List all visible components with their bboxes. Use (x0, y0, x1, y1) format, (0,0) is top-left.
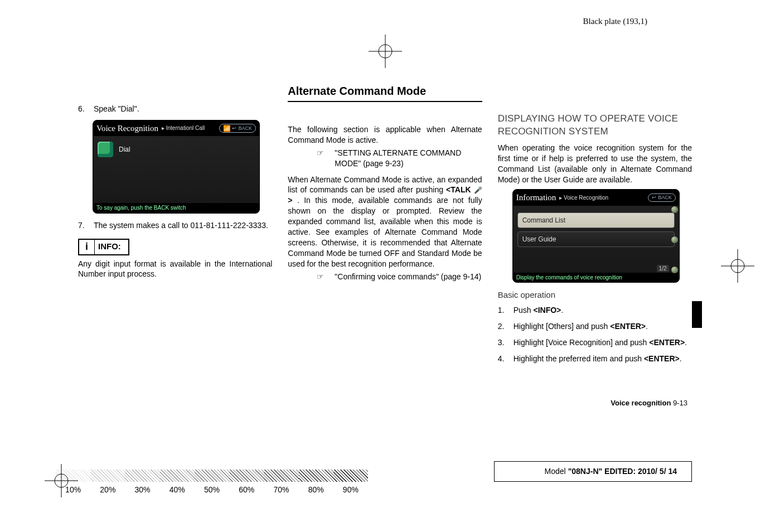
model-code: "08NJ-N" (568, 467, 603, 476)
reference-text: "Confirming voice commands" (page 9-14) (335, 272, 482, 282)
step-text: Speak "Dial". (94, 104, 272, 114)
step-text: Push <INFO>. (514, 305, 692, 316)
signal-icon: 📶 (223, 124, 230, 133)
plate-label: Black plate (193,1) (583, 16, 647, 27)
step-2: 2. Highlight [Others] and push <ENTER>. (498, 321, 692, 332)
info-icon: i (79, 240, 95, 254)
info-box: i INFO: (78, 239, 129, 255)
step-7: 7. The system makes a call to 011-81-111… (78, 220, 272, 231)
column-right: DISPLAYING HOW TO OPERATE VOICE RECOGNIT… (498, 84, 692, 370)
step-number: 3. (498, 337, 509, 348)
step-bold: <ENTER> (644, 354, 680, 363)
scroll-column (671, 206, 678, 273)
screenshot-title: Voice Recognition (96, 123, 158, 134)
step-text: The system makes a call to 011-81-111-22… (94, 220, 272, 231)
list-item: Command List (517, 212, 675, 228)
back-label: BACK (238, 125, 252, 132)
column-middle: Alternate Command Mode The following sec… (288, 84, 482, 370)
back-pill: ↩ BACK (648, 194, 676, 201)
step-bold: <ENTER> (649, 338, 685, 347)
step-number: 2. (498, 321, 509, 332)
step-bold: <ENTER> (610, 322, 646, 331)
screenshot-crumb: ▸ Internationl Call (162, 124, 205, 132)
gradient-bar (56, 470, 368, 482)
gradient-seg (264, 470, 298, 482)
step-span: . (646, 322, 648, 331)
model-box-text: Model (545, 467, 568, 476)
paragraph: The following section is applicable when… (288, 124, 482, 146)
gradient-seg (90, 470, 125, 482)
step-span: Push (514, 306, 534, 315)
gradient-label: 10% (56, 485, 90, 495)
screenshot-footer: To say again, push the BACK switch (93, 203, 259, 213)
scroll-up-icon (671, 206, 678, 213)
paragraph-span: . In this mode, available commands are n… (288, 196, 482, 268)
model-box: Model "08NJ-N" EDITED: 2010/ 5/ 14 (494, 461, 692, 482)
list-item: Dial (96, 139, 256, 159)
list-item-label: Dial (119, 145, 130, 154)
reference-row: ☞ "Confirming voice commands" (page 9-14… (307, 272, 482, 282)
paragraph: When Alternate Command Mode is active, a… (288, 175, 482, 269)
step-1: 1. Push <INFO>. (498, 305, 692, 316)
talk-close: > (288, 196, 292, 205)
step-number: 1. (498, 305, 509, 316)
registration-mark-icon (721, 249, 754, 283)
subheading: DISPLAYING HOW TO OPERATE VOICE RECOGNIT… (498, 113, 692, 138)
step-span: . (561, 306, 563, 315)
page-columns: 6. Speak "Dial". Voice Recognition ▸ Int… (78, 84, 692, 370)
back-label: BACK (658, 194, 672, 201)
talk-icon: 🎤 (474, 186, 482, 194)
column-left: 6. Speak "Dial". Voice Recognition ▸ Int… (78, 84, 272, 370)
scroll-thumb-icon (671, 236, 678, 243)
step-number: 4. (498, 354, 509, 364)
gradient-seg (333, 470, 368, 482)
gradient-seg (160, 470, 195, 482)
step-text: Highlight the preferred item and push <E… (514, 354, 692, 364)
step-span: Highlight [Voice Recognition] and push (514, 338, 650, 347)
info-body-text: Any digit input format is available in t… (78, 259, 272, 280)
phone-avatar-icon (98, 142, 113, 157)
reference-icon: ☞ (317, 148, 329, 169)
gradient-seg (229, 470, 264, 482)
gradient-label: 80% (299, 485, 333, 495)
screenshot-titlebar: Voice Recognition ▸ Internationl Call 📶 … (93, 120, 259, 136)
screenshot-information: Information ▸ Voice Recognition ↩ BACK C… (512, 189, 680, 283)
screenshot-titlebar: Information ▸ Voice Recognition ↩ BACK (513, 190, 679, 205)
gradient-label: 30% (125, 485, 159, 495)
gradient-label: 60% (229, 485, 264, 495)
gradient-seg (195, 470, 229, 482)
info-label: INFO: (95, 240, 124, 254)
reference-icon: ☞ (317, 272, 329, 282)
step-span: Highlight [Others] and push (514, 322, 611, 331)
paragraph: When operating the voice recognition sys… (498, 143, 692, 185)
crop-mark-top (369, 35, 402, 68)
step-bold: <INFO> (533, 306, 561, 315)
gradient-labels: 10% 20% 30% 40% 50% 60% 70% 80% 90% (56, 485, 368, 495)
registration-mark-icon (369, 35, 402, 68)
step-6: 6. Speak "Dial". (78, 104, 272, 114)
gradient-label: 20% (90, 485, 125, 495)
footer-title: Voice recognition (611, 399, 671, 407)
step-text: Highlight [Others] and push <ENTER>. (514, 321, 692, 332)
subheading-small: Basic operation (498, 289, 692, 301)
step-span: . (685, 338, 687, 347)
page-footer: Voice recognition 9-13 (611, 398, 687, 408)
list-item: User Guide (517, 231, 675, 247)
step-number: 7. (78, 220, 89, 231)
gradient-label: 70% (264, 485, 298, 495)
gradient-seg (56, 470, 90, 482)
section-tab (692, 301, 702, 328)
gradient-seg (125, 470, 159, 482)
model-edited: EDITED: 2010/ 5/ 14 (602, 467, 677, 476)
step-3: 3. Highlight [Voice Recognition] and pus… (498, 337, 692, 348)
gradient-label: 50% (195, 485, 229, 495)
gradient-seg (299, 470, 333, 482)
gradient-label: 90% (333, 485, 368, 495)
step-number: 6. (78, 104, 89, 114)
footer-page: 9-13 (671, 399, 687, 407)
step-4: 4. Highlight the preferred item and push… (498, 354, 692, 364)
step-span: Highlight the preferred item and push (514, 354, 644, 363)
screenshot-title: Information (516, 192, 556, 203)
screenshot-voice-recognition: Voice Recognition ▸ Internationl Call 📶 … (93, 120, 260, 214)
back-arrow-icon: ↩ (232, 125, 236, 132)
